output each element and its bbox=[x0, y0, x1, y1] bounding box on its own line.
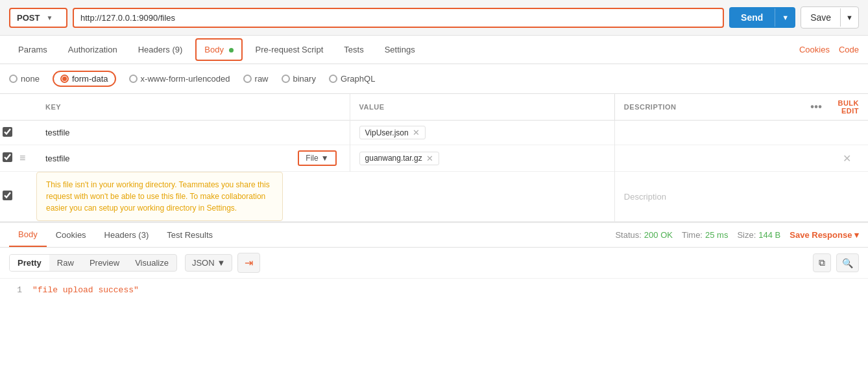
table-row: ≡ File ▼ guanwang.tar.gz ✕ bbox=[0, 145, 868, 172]
row1-remove-icon[interactable]: ✕ bbox=[413, 128, 420, 137]
response-meta: Status: 200 OK Time: 25 ms Size: 144 B S… bbox=[615, 230, 859, 240]
row1-extra bbox=[804, 121, 828, 145]
row3-checkbox[interactable] bbox=[3, 191, 12, 200]
row1-desc-cell[interactable] bbox=[614, 121, 804, 145]
radio-graphql[interactable]: GraphQL bbox=[329, 74, 375, 84]
check-header bbox=[0, 94, 18, 121]
url-bar: POST ▼ Send ▼ Save ▼ bbox=[0, 0, 868, 36]
cookies-link[interactable]: Cookies bbox=[799, 45, 830, 54]
row2-checkbox[interactable] bbox=[3, 152, 12, 162]
desc-header: DESCRIPTION bbox=[614, 94, 804, 121]
bulk-edit-btn[interactable]: Bulk Edit bbox=[828, 94, 868, 121]
warning-tooltip: This file isn't in your working director… bbox=[36, 172, 283, 221]
row2-value-cell: guanwang.tar.gz ✕ bbox=[350, 145, 614, 172]
tab-authorization[interactable]: Authorization bbox=[59, 38, 127, 61]
tabs-bar: Params Authorization Headers (9) Body Pr… bbox=[0, 36, 868, 64]
more-icon[interactable]: ••• bbox=[804, 94, 828, 121]
save-label: Save bbox=[801, 7, 840, 28]
radio-binary[interactable]: binary bbox=[282, 74, 316, 84]
response-tab-body[interactable]: Body bbox=[9, 223, 47, 247]
radio-form-data-label: form-data bbox=[72, 74, 108, 84]
time-label: Time: bbox=[682, 230, 703, 240]
row2-check-cell[interactable] bbox=[0, 145, 18, 172]
body-active-dot bbox=[229, 48, 234, 52]
radio-urlencoded-circle bbox=[129, 75, 138, 83]
json-select-chevron-icon: ▼ bbox=[217, 258, 226, 268]
format-pretty-btn[interactable]: Pretty bbox=[10, 255, 49, 271]
form-data-table: KEY VALUE DESCRIPTION ••• Bulk Edit bbox=[0, 94, 868, 222]
radio-urlencoded[interactable]: x-www-form-urlencoded bbox=[129, 74, 230, 84]
response-tab-headers[interactable]: Headers (3) bbox=[95, 224, 158, 246]
radio-none-label: none bbox=[21, 74, 40, 84]
row3-drag-handle bbox=[18, 172, 36, 222]
format-raw-btn[interactable]: Raw bbox=[49, 255, 82, 271]
search-button[interactable]: 🔍 bbox=[836, 253, 859, 272]
description-placeholder: Description bbox=[624, 192, 666, 202]
save-response-button[interactable]: Save Response ▾ bbox=[790, 230, 859, 240]
radio-raw[interactable]: raw bbox=[243, 74, 269, 84]
row3-desc-cell[interactable]: Description bbox=[614, 172, 804, 222]
row1-check-cell[interactable] bbox=[0, 121, 18, 145]
tab-body[interactable]: Body bbox=[195, 38, 242, 61]
radio-graphql-label: GraphQL bbox=[341, 74, 375, 84]
row3-actions bbox=[828, 172, 868, 222]
response-tab-cookies[interactable]: Cookies bbox=[47, 224, 95, 246]
table-row-warning: This file isn't in your working director… bbox=[0, 172, 868, 222]
code-area: 1 "file upload success" bbox=[0, 279, 868, 301]
url-input[interactable] bbox=[80, 13, 716, 23]
radio-graphql-circle bbox=[329, 75, 337, 83]
row2-file-type-cell: File ▼ bbox=[289, 145, 350, 172]
method-select[interactable]: POST ▼ bbox=[9, 8, 67, 28]
time-value: 25 ms bbox=[705, 230, 728, 240]
method-chevron-icon: ▼ bbox=[46, 14, 53, 21]
value-header: VALUE bbox=[350, 94, 614, 121]
response-tab-test-results[interactable]: Test Results bbox=[158, 224, 222, 246]
row2-extra bbox=[804, 145, 828, 172]
json-type-select[interactable]: JSON ▼ bbox=[185, 254, 233, 272]
status-value: 200 OK bbox=[644, 230, 673, 240]
tab-right-links: Cookies Code bbox=[799, 45, 859, 54]
row2-close-icon[interactable]: ✕ bbox=[838, 153, 856, 164]
row1-actions bbox=[828, 121, 868, 145]
radio-binary-circle bbox=[282, 75, 290, 83]
status-label: Status: bbox=[615, 230, 641, 240]
tab-headers[interactable]: Headers (9) bbox=[129, 38, 192, 61]
row3-check-cell[interactable] bbox=[0, 172, 18, 222]
row2-drag-handle[interactable]: ≡ bbox=[18, 145, 36, 172]
send-dropdown-icon[interactable]: ▼ bbox=[775, 8, 795, 27]
size-label: Size: bbox=[737, 230, 756, 240]
radio-binary-label: binary bbox=[293, 74, 316, 84]
tab-tests[interactable]: Tests bbox=[335, 38, 372, 61]
tab-settings[interactable]: Settings bbox=[376, 38, 424, 61]
method-label: POST bbox=[17, 13, 40, 23]
row2-key-cell bbox=[36, 145, 289, 172]
send-button[interactable]: Send ▼ bbox=[729, 7, 795, 28]
wrap-button[interactable]: ⇥ bbox=[237, 253, 260, 273]
save-button[interactable]: Save ▼ bbox=[801, 6, 859, 29]
row2-close-cell[interactable]: ✕ bbox=[828, 145, 868, 172]
response-section: Body Cookies Headers (3) Test Results St… bbox=[0, 222, 868, 301]
copy-button[interactable]: ⧉ bbox=[813, 253, 831, 272]
copy-icon: ⧉ bbox=[819, 257, 825, 268]
row1-checkbox[interactable] bbox=[3, 127, 12, 137]
row2-key-input[interactable] bbox=[45, 154, 280, 163]
tab-pre-request-script[interactable]: Pre-request Script bbox=[247, 38, 333, 61]
radio-form-data-circle bbox=[60, 75, 69, 83]
save-dropdown-icon[interactable]: ▼ bbox=[840, 8, 858, 27]
row1-key-input[interactable] bbox=[45, 128, 280, 137]
row1-value-cell: VipUser.json ✕ bbox=[350, 121, 614, 145]
radio-raw-label: raw bbox=[255, 74, 269, 84]
size-value: 144 B bbox=[758, 230, 780, 240]
row3-extra bbox=[804, 172, 828, 222]
row2-file-dropdown[interactable]: File ▼ bbox=[298, 150, 336, 166]
radio-none[interactable]: none bbox=[9, 74, 40, 84]
format-visualize-btn[interactable]: Visualize bbox=[127, 255, 176, 271]
format-btn-group: Pretty Raw Preview Visualize bbox=[9, 254, 177, 272]
code-link[interactable]: Code bbox=[839, 45, 859, 54]
row2-desc-cell[interactable] bbox=[614, 145, 804, 172]
tab-params[interactable]: Params bbox=[9, 38, 56, 61]
radio-form-data[interactable]: form-data bbox=[53, 71, 116, 87]
row2-remove-icon[interactable]: ✕ bbox=[426, 154, 433, 163]
row1-file-name: VipUser.json bbox=[365, 128, 409, 137]
format-preview-btn[interactable]: Preview bbox=[82, 255, 127, 271]
